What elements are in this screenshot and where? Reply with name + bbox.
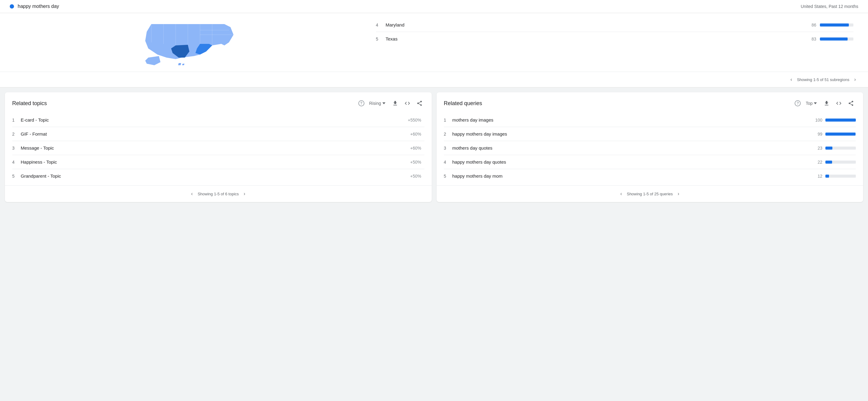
item-name: Happiness - Topic: [21, 160, 410, 165]
query-bar-fill: [826, 147, 832, 150]
item-value: +50%: [410, 160, 421, 165]
related-topics-embed-button[interactable]: [402, 98, 412, 108]
item-num: 1: [12, 118, 21, 122]
item-name: happy mothers day quotes: [453, 160, 818, 165]
item-value: 22: [817, 160, 822, 165]
item-value: +60%: [410, 132, 421, 137]
region-num-4: 4: [376, 23, 386, 27]
related-queries-download-button[interactable]: [822, 98, 832, 108]
query-bar: [826, 133, 856, 136]
related-queries-pagination: ‹ Showing 1-5 of 25 queries ›: [437, 185, 863, 202]
region-bar-fill-maryland: [820, 24, 849, 27]
top-bar-left: happy mothers day: [10, 4, 59, 9]
regions-area: 4 Maryland 86 5 Texas 83: [366, 18, 858, 71]
topics-next-button[interactable]: ›: [241, 190, 248, 198]
region-num-5: 5: [376, 36, 386, 41]
svg-marker-5: [178, 63, 181, 65]
query-bar: [826, 147, 856, 150]
blue-dot-icon: [10, 4, 14, 8]
item-name: Message - Topic: [21, 145, 410, 150]
regions-prev-button[interactable]: ‹: [788, 76, 794, 84]
map-section: 4 Maryland 86 5 Texas 83: [0, 13, 868, 71]
region-name-maryland: Maryland: [386, 22, 804, 27]
list-item: 4 Happiness - Topic +50%: [12, 155, 425, 169]
related-queries-filter-dropdown[interactable]: Top: [803, 99, 819, 107]
query-bar: [826, 118, 856, 121]
related-queries-items: 1 mothers day images 100 2 happy mothers…: [437, 113, 863, 183]
region-name-texas: Texas: [386, 36, 804, 41]
related-queries-header: Related queries ? Top: [437, 92, 863, 113]
list-item: 4 happy mothers day quotes 22: [444, 155, 856, 169]
related-queries-title: Related queries: [444, 100, 793, 107]
list-item: 2 happy mothers day images 99: [444, 127, 856, 141]
item-num: 2: [444, 132, 453, 137]
item-value: 100: [815, 118, 822, 122]
item-name: happy mothers day mom: [453, 173, 818, 178]
related-topics-panel: Related topics ? Rising 1: [5, 92, 432, 202]
query-bar-fill: [826, 175, 829, 178]
region-value-texas: 83: [804, 36, 816, 41]
related-topics-download-button[interactable]: [390, 98, 400, 108]
query-bar: [826, 161, 856, 164]
related-topics-share-button[interactable]: [415, 98, 425, 108]
item-num: 2: [12, 132, 21, 137]
related-topics-title: Related topics: [12, 100, 356, 107]
queries-prev-button[interactable]: ‹: [618, 190, 624, 198]
item-num: 3: [12, 146, 21, 150]
map-area: [10, 18, 366, 71]
topics-pagination-text: Showing 1-5 of 6 topics: [197, 192, 239, 196]
list-item: 3 mothers day quotes 23: [444, 141, 856, 155]
search-term-title: happy mothers day: [18, 4, 59, 9]
item-value: +550%: [408, 118, 422, 122]
regions-pagination: ‹ Showing 1-5 of 51 subregions ›: [0, 71, 868, 87]
list-item: 2 GIF - Format +60%: [12, 127, 425, 141]
item-name: mothers day images: [453, 117, 815, 122]
related-topics-items: 1 E-card - Topic +550% 2 GIF - Format +6…: [5, 113, 432, 183]
item-num: 3: [444, 146, 453, 150]
chevron-down-icon: [382, 103, 385, 104]
related-queries-panel: Related queries ? Top 1: [437, 92, 863, 202]
regions-pagination-text: Showing 1-5 of 51 subregions: [797, 77, 849, 82]
item-value: +60%: [410, 146, 421, 150]
related-queries-embed-button[interactable]: [834, 98, 844, 108]
item-value: +50%: [410, 174, 421, 178]
region-bar-maryland: [820, 24, 854, 27]
item-value: 99: [817, 132, 822, 137]
related-queries-help-icon[interactable]: ?: [795, 100, 801, 106]
item-num: 1: [444, 118, 453, 122]
svg-marker-4: [145, 56, 160, 65]
item-value: 12: [817, 174, 822, 178]
topics-prev-button[interactable]: ‹: [189, 190, 195, 198]
queries-next-button[interactable]: ›: [675, 190, 682, 198]
list-item: 5 Grandparent - Topic +50%: [12, 169, 425, 183]
related-topics-header: Related topics ? Rising: [5, 92, 432, 113]
item-num: 4: [12, 160, 21, 165]
related-queries-share-button[interactable]: [846, 98, 856, 108]
list-item: 1 E-card - Topic +550%: [12, 113, 425, 127]
us-map: [139, 18, 237, 67]
related-queries-filter-label: Top: [806, 101, 813, 106]
list-item: 3 Message - Topic +60%: [12, 141, 425, 155]
top-bar: happy mothers day United States, Past 12…: [0, 0, 868, 13]
item-name: Grandparent - Topic: [21, 173, 410, 178]
regions-next-button[interactable]: ›: [852, 76, 858, 84]
item-num: 4: [444, 160, 453, 165]
list-item: 1 mothers day images 100: [444, 113, 856, 127]
query-bar-fill: [826, 133, 856, 136]
item-value: 23: [817, 146, 822, 150]
region-bar-fill-texas: [820, 37, 847, 40]
item-name: GIF - Format: [21, 131, 410, 137]
related-topics-pagination: ‹ Showing 1-5 of 6 topics ›: [5, 185, 432, 202]
related-topics-filter-dropdown[interactable]: Rising: [367, 99, 388, 107]
chevron-down-icon: [814, 103, 817, 104]
query-bar: [826, 175, 856, 178]
region-bar-texas: [820, 37, 854, 40]
related-topics-help-icon[interactable]: ?: [358, 100, 365, 106]
bottom-panels: Related topics ? Rising 1: [0, 87, 868, 207]
item-name: happy mothers day images: [453, 131, 818, 137]
region-row-4: 4 Maryland 86: [376, 18, 854, 32]
svg-marker-1: [145, 24, 234, 59]
region-row-5: 5 Texas 83: [376, 32, 854, 46]
list-item: 5 happy mothers day mom 12: [444, 169, 856, 183]
region-value-maryland: 86: [804, 23, 816, 27]
